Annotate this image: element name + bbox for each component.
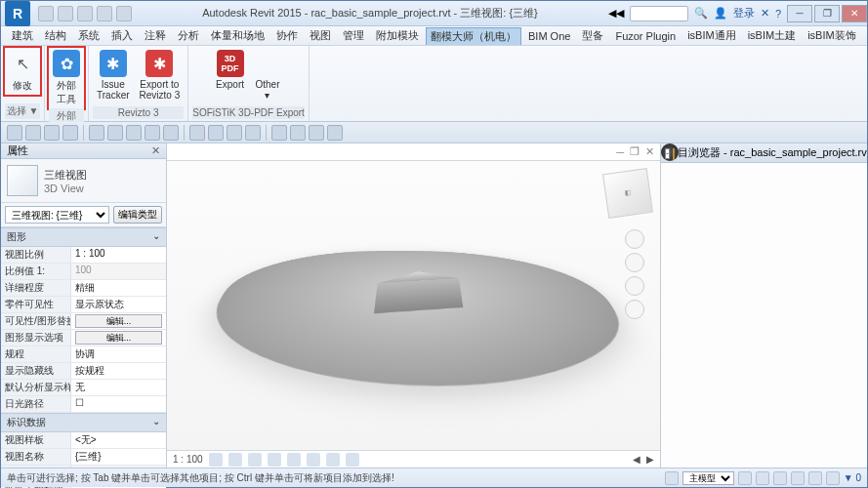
property-value[interactable]: 精细 [71,280,166,296]
edit-type-button[interactable]: 编辑类型 [113,206,162,224]
ribbon-tab[interactable]: isBIM装饰 [803,26,861,45]
property-value[interactable]: <无> [71,432,166,448]
tb-icon[interactable] [62,125,78,141]
panel-close-icon[interactable]: ✕ [151,144,160,157]
user-icon[interactable]: 👤 [714,7,727,20]
ribbon-tab[interactable]: 注释 [140,26,171,45]
ribbon-tab[interactable]: 插入 [106,26,138,45]
ribbon-tab[interactable]: 系统 [73,26,104,45]
tree-toggle-icon[interactable]: - [665,148,670,159]
ribbon-tab[interactable]: 附加模块 [371,26,424,45]
tb-icon[interactable] [290,125,306,141]
scroll-right-icon[interactable]: ▶ [646,454,654,465]
view-minimize-icon[interactable]: ─ [616,146,624,158]
ribbon-button[interactable]: 3D PDFExport [212,48,248,92]
ribbon-tab[interactable]: 体量和场地 [206,26,269,45]
tb-icon[interactable] [271,125,287,141]
tb-icon[interactable] [208,125,224,141]
search-icon[interactable]: 🔍 [694,7,708,20]
render-icon[interactable] [287,453,301,467]
design-option-dropdown[interactable]: 主模型 [682,471,734,485]
sb-icon[interactable] [773,471,787,485]
reveal-icon[interactable] [346,453,359,467]
ribbon-button[interactable]: ✱Export to Revizto 3 [136,48,185,102]
view-scale[interactable]: 1 : 100 [173,454,203,465]
help-icon[interactable]: ? [775,8,781,20]
filter-icon[interactable] [826,471,840,485]
ribbon-button[interactable]: ✿外部 工具 [49,48,84,108]
tb-icon[interactable] [107,125,123,141]
tb-icon[interactable] [163,125,179,141]
ribbon-tab[interactable]: 管理 [338,26,369,45]
nav-orbit-icon[interactable] [625,300,644,319]
ribbon-tab[interactable]: BIM One [523,28,575,44]
view-cube[interactable]: ◧ [602,168,653,219]
property-edit-button[interactable]: 编辑... [75,314,162,328]
property-value[interactable]: 1 : 100 [71,247,166,263]
property-value[interactable]: 显示原状态 [71,297,166,312]
nav-zoom-icon[interactable] [625,276,644,296]
property-section-header[interactable]: 标识数据⌄ [1,413,166,432]
hide-icon[interactable] [326,453,340,467]
property-section-header[interactable]: 图形⌄ [1,227,166,247]
property-value[interactable]: ☐ [71,396,166,412]
type-selector[interactable]: 三维视图: {三维} [5,206,109,224]
ribbon-tab[interactable]: 建筑 [7,26,38,45]
help-search-input[interactable] [630,6,688,21]
qat-save-icon[interactable] [58,6,73,21]
property-edit-button[interactable]: 编辑... [75,331,162,345]
ribbon-tab[interactable]: 型备 [577,26,608,45]
ribbon-tab[interactable]: isBIM土建 [743,26,802,45]
tb-icon[interactable] [145,125,160,141]
nav-back-icon[interactable]: ◀◀ [608,7,624,20]
shadow-icon[interactable] [268,453,281,467]
ribbon-button[interactable]: Other ▾ [250,48,285,102]
sb-icon[interactable] [808,471,822,485]
3d-viewport[interactable]: ◧ [167,161,660,450]
scroll-left-icon[interactable]: ◀ [633,454,641,465]
sb-icon[interactable] [791,471,805,485]
qat-print-icon[interactable] [116,6,132,21]
ribbon-tab[interactable]: 结构 [40,26,71,45]
tb-icon[interactable] [327,125,343,141]
visual-style-icon[interactable] [228,453,242,467]
property-value[interactable]: 协调 [71,346,166,362]
tb-icon[interactable] [189,125,205,141]
property-value[interactable]: 编辑... [71,330,166,346]
maximize-button[interactable]: ❐ [814,5,840,22]
view-maximize-icon[interactable]: ❐ [630,145,640,158]
property-value[interactable]: 按规程 [71,363,166,379]
sb-icon[interactable] [738,471,752,485]
nav-pan-icon[interactable] [625,253,644,272]
close-button[interactable]: ✕ [842,5,867,22]
ribbon-tab[interactable]: 协作 [271,26,303,45]
login-link[interactable]: 登录 [733,6,755,20]
minimize-button[interactable]: ─ [787,5,812,22]
worksets-icon[interactable] [665,471,679,485]
qat-redo-icon[interactable] [97,6,112,21]
crop-icon[interactable] [307,453,320,467]
view-close-icon[interactable]: ✕ [645,145,654,158]
tb-icon[interactable] [126,125,142,141]
detail-level-icon[interactable] [209,453,223,467]
property-value[interactable]: 编辑... [71,313,166,329]
sun-path-icon[interactable] [248,453,262,467]
qat-undo-icon[interactable] [77,6,93,21]
tb-icon[interactable] [227,125,242,141]
ribbon-tab[interactable]: Fuzor Plugin [610,28,681,44]
qat-open-icon[interactable] [38,6,54,21]
property-value[interactable]: {三维} [71,449,166,465]
sb-icon[interactable] [756,471,769,485]
navigation-bar[interactable] [625,229,644,319]
app-menu-icon[interactable]: R [5,1,30,26]
tb-icon[interactable] [7,125,22,141]
ribbon-button[interactable]: ✱Issue Tracker [93,48,134,102]
ribbon-tab[interactable]: 翻模大师（机电） [426,27,521,45]
property-value[interactable]: 无 [71,380,166,395]
tb-icon[interactable] [89,125,104,141]
tb-icon[interactable] [245,125,261,141]
ribbon-tab[interactable]: isBIM通用 [682,26,741,45]
ribbon-tab[interactable]: 视图 [305,26,336,45]
tb-icon[interactable] [25,125,41,141]
tb-icon[interactable] [309,125,324,141]
